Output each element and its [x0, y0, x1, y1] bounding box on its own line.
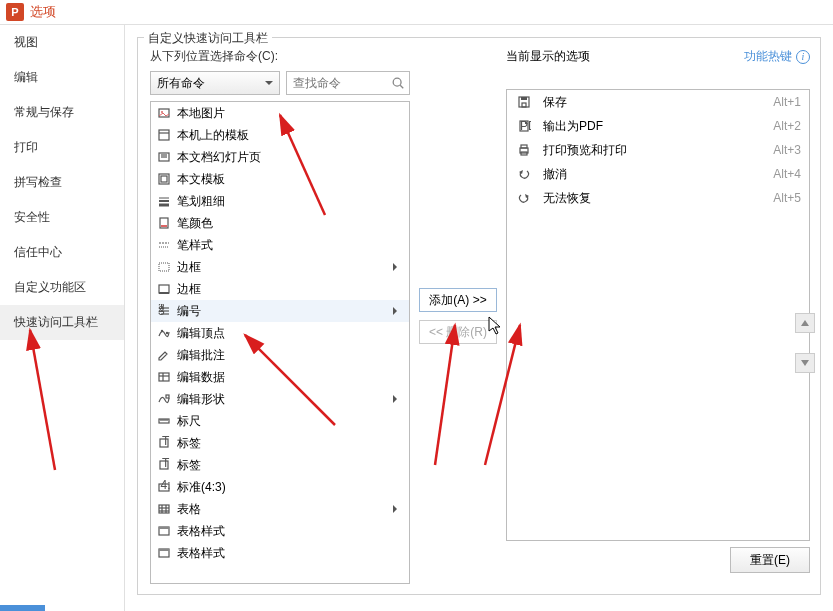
pdf-icon: PDF: [515, 119, 533, 133]
remove-button: << 删除(R): [419, 320, 497, 344]
combo-value: 所有命令: [157, 75, 205, 92]
print-icon: [515, 143, 533, 157]
command-label: 编辑数据: [177, 369, 225, 386]
svg-text:4:3: 4:3: [161, 480, 172, 492]
option-label: 撤消: [543, 166, 773, 183]
svg-rect-19: [159, 285, 169, 293]
command-list-item[interactable]: 编辑数据: [151, 366, 409, 388]
command-category-combo[interactable]: 所有命令: [150, 71, 280, 95]
move-up-button[interactable]: [795, 313, 815, 333]
command-label: 标准(4:3): [177, 479, 226, 496]
command-list-item[interactable]: 编辑批注: [151, 344, 409, 366]
command-list-item[interactable]: 本文档幻灯片页: [151, 146, 409, 168]
sidebar-item[interactable]: 拼写检查: [0, 165, 124, 200]
reset-button[interactable]: 重置(E): [730, 547, 810, 573]
fieldset-title: 自定义快速访问工具栏: [144, 30, 272, 47]
sidebar-item[interactable]: 自定义功能区: [0, 270, 124, 305]
svg-point-28: [166, 332, 168, 334]
undo-icon: [515, 167, 533, 181]
slides-icon: [155, 150, 173, 164]
svg-rect-15: [161, 225, 167, 227]
sidebar: 视图编辑常规与保存打印拼写检查安全性信任中心自定义功能区快速访问工具栏: [0, 25, 125, 611]
option-label: 保存: [543, 94, 773, 111]
command-list-item[interactable]: 边框: [151, 256, 409, 278]
ratio-icon: 4:3: [155, 480, 173, 494]
svg-rect-59: [521, 145, 527, 148]
submenu-arrow-icon: [393, 395, 401, 403]
sidebar-item[interactable]: 常规与保存: [0, 95, 124, 130]
option-list-item[interactable]: 打印预览和打印Alt+3: [507, 138, 809, 162]
command-list-item[interactable]: 4:3标准(4:3): [151, 476, 409, 498]
border-icon: [155, 260, 173, 274]
command-list[interactable]: 本地图片本机上的模板本文档幻灯片页本文模板笔划粗细笔颜色笔样式边框边框123编号…: [150, 101, 410, 584]
command-list-item[interactable]: T标签: [151, 454, 409, 476]
hotkey-link[interactable]: 功能热键 i: [744, 48, 810, 65]
tag-icon: T: [155, 458, 173, 472]
sidebar-item[interactable]: 编辑: [0, 60, 124, 95]
sidebar-item[interactable]: 安全性: [0, 200, 124, 235]
command-list-item[interactable]: 边框: [151, 278, 409, 300]
command-list-item[interactable]: 表格样式: [151, 542, 409, 564]
command-list-item[interactable]: 表格: [151, 498, 409, 520]
current-options-label: 当前显示的选项: [506, 48, 590, 65]
command-search-box[interactable]: [286, 71, 410, 95]
svg-text:3: 3: [158, 304, 165, 318]
command-list-item[interactable]: 笔划粗细: [151, 190, 409, 212]
option-hotkey: Alt+2: [773, 119, 801, 133]
ruler-icon: [155, 414, 173, 428]
sidebar-item[interactable]: 快速访问工具栏: [0, 305, 124, 340]
svg-rect-10: [161, 176, 167, 182]
command-list-item[interactable]: 表格样式: [151, 520, 409, 542]
command-label: 本文档幻灯片页: [177, 149, 261, 166]
current-options-list[interactable]: 保存Alt+1PDF输出为PDFAlt+2打印预览和打印Alt+3撤消Alt+4…: [506, 89, 810, 541]
move-down-button[interactable]: [795, 353, 815, 373]
tablestyle-icon: [155, 524, 173, 538]
svg-rect-4: [159, 130, 169, 140]
command-list-item[interactable]: 123编号: [151, 300, 409, 322]
svg-rect-29: [159, 373, 169, 381]
command-list-item[interactable]: 标尺: [151, 410, 409, 432]
table-icon: [155, 502, 173, 516]
option-list-item[interactable]: 无法恢复Alt+5: [507, 186, 809, 210]
svg-point-0: [393, 78, 401, 86]
command-list-item[interactable]: 编辑形状: [151, 388, 409, 410]
svg-line-1: [400, 85, 403, 88]
option-hotkey: Alt+3: [773, 143, 801, 157]
command-list-item[interactable]: 笔颜色: [151, 212, 409, 234]
option-list-item[interactable]: PDF输出为PDFAlt+2: [507, 114, 809, 138]
stroke-icon: [155, 194, 173, 208]
titlebar: P 选项: [0, 0, 833, 25]
command-list-item[interactable]: 本机上的模板: [151, 124, 409, 146]
svg-marker-64: [801, 360, 809, 366]
add-button[interactable]: 添加(A) >>: [419, 288, 497, 312]
option-hotkey: Alt+1: [773, 95, 801, 109]
option-list-item[interactable]: 保存Alt+1: [507, 90, 809, 114]
svg-rect-44: [159, 505, 169, 513]
svg-rect-54: [521, 97, 527, 100]
command-list-item[interactable]: 本地图片: [151, 102, 409, 124]
command-list-item[interactable]: 编辑顶点: [151, 322, 409, 344]
option-label: 输出为PDF: [543, 118, 773, 135]
svg-text:PDF: PDF: [520, 119, 531, 133]
command-list-item[interactable]: T标签: [151, 432, 409, 454]
option-hotkey: Alt+4: [773, 167, 801, 181]
search-input[interactable]: [293, 76, 387, 90]
option-hotkey: Alt+5: [773, 191, 801, 205]
triangle-up-icon: [800, 318, 810, 328]
submenu-arrow-icon: [393, 263, 401, 271]
svg-rect-50: [159, 527, 169, 529]
submenu-arrow-icon: [393, 307, 401, 315]
sidebar-accent: [0, 605, 45, 611]
number-icon: 123: [155, 304, 173, 318]
command-list-item[interactable]: 本文模板: [151, 168, 409, 190]
command-list-item[interactable]: 笔样式: [151, 234, 409, 256]
option-list-item[interactable]: 撤消Alt+4: [507, 162, 809, 186]
command-label: 笔颜色: [177, 215, 213, 232]
command-label: 编号: [177, 303, 201, 320]
command-label: 边框: [177, 281, 201, 298]
info-icon: i: [796, 50, 810, 64]
sidebar-item[interactable]: 打印: [0, 130, 124, 165]
sidebar-item[interactable]: 视图: [0, 25, 124, 60]
sidebar-item[interactable]: 信任中心: [0, 235, 124, 270]
svg-marker-63: [801, 320, 809, 326]
